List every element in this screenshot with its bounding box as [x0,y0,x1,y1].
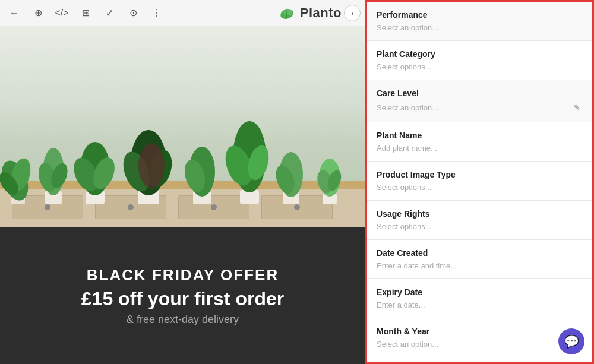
back-button[interactable]: ← [6,5,23,21]
field-value-6[interactable]: Enter a date and time... [377,261,583,270]
code-icon[interactable]: </> [53,5,70,21]
plant-shelf-bg [0,26,365,228]
promo-discount-label: £15 off your first order [81,288,284,310]
field-group-5: Usage RightsSelect options... [367,201,592,240]
field-label-0: Performance [377,10,583,20]
field-label-5: Usage Rights [377,209,583,219]
brand-logo: Planto [277,4,342,23]
field-group-2: Care LevelSelect an option...✎ [367,80,592,122]
field-value-3[interactable]: Add plant name... [377,144,583,153]
svg-point-19 [138,143,165,188]
field-label-6: Date Created [377,248,583,258]
chat-button[interactable]: 💬 [558,328,584,354]
field-group-3: Plant NameAdd plant name... [367,122,592,162]
top-toolbar: ← ⊕ </> ⊞ ⤢ ⊙ ⋮ Planto › [0,0,365,26]
field-group-6: Date CreatedEnter a date and time... [367,240,592,279]
field-value-0[interactable]: Select an option... [377,23,583,32]
more-icon[interactable]: ⋮ [148,5,165,21]
grid-icon[interactable]: ⊞ [77,5,94,21]
hero-image [0,26,365,228]
share-icon[interactable]: ⤢ [101,5,118,21]
field-group-1: Plant CategorySelect options... [367,41,592,80]
zoom-icon[interactable]: ⊕ [30,5,46,21]
field-label-2: Care Level [377,88,583,98]
field-label-3: Plant Name [377,131,583,140]
field-label-7: Expiry Date [377,287,583,297]
field-label-4: Product Image Type [377,170,583,179]
field-group-4: Product Image TypeSelect options... [367,162,592,201]
plants-svg [0,38,365,216]
field-value-1[interactable]: Select options... [377,62,583,71]
field-label-8: Month & Year [377,327,583,336]
edit-icon[interactable]: ✎ [571,102,583,113]
field-value-5[interactable]: Select options... [377,222,583,231]
right-metadata-panel: PerformanceSelect an option...Plant Cate… [365,0,594,364]
field-label-1: Plant Category [377,49,583,59]
field-value-4[interactable]: Select options... [377,183,583,192]
field-value-2: Select an option... [377,103,566,112]
promo-section: BLACK FRIDAY OFFER £15 off your first or… [0,227,365,364]
field-value-7[interactable]: Enter a date... [377,300,583,309]
user-icon[interactable]: ⊙ [125,5,141,21]
logo-leaf-icon [277,4,296,23]
promo-offer-label: BLACK FRIDAY OFFER [87,266,279,284]
left-preview-panel: ← ⊕ </> ⊞ ⤢ ⊙ ⋮ Planto › [0,0,365,364]
chat-icon: 💬 [564,334,579,349]
field-value-8[interactable]: Select an option... [377,340,583,349]
promo-delivery-label: & free next-day delivery [127,314,239,326]
field-group-7: Expiry DateEnter a date... [367,279,592,318]
field-group-0: PerformanceSelect an option... [367,2,592,41]
logo-text: Planto [300,5,342,21]
nav-arrow-button[interactable]: › [344,5,361,21]
field-input-row-2[interactable]: Select an option...✎ [377,102,583,113]
